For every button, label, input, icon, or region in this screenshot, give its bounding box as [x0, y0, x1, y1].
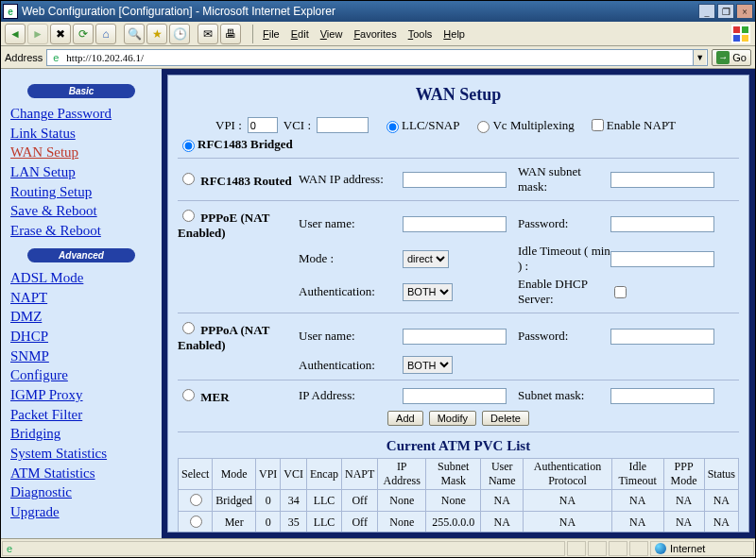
- home-button[interactable]: ⌂: [95, 24, 116, 44]
- pppoe-user-label: User name:: [299, 216, 403, 231]
- sidebar-item[interactable]: Configure: [10, 365, 152, 385]
- th-select: Select: [179, 459, 213, 490]
- cell: NA: [481, 490, 524, 512]
- back-button[interactable]: ◄: [5, 24, 26, 44]
- dhcp-checkbox[interactable]: [614, 286, 627, 298]
- address-input[interactable]: [46, 49, 708, 66]
- menu-edit[interactable]: Edit: [285, 26, 315, 42]
- sidebar-item[interactable]: DMZ: [10, 307, 152, 327]
- page-title: WAN Setup: [178, 85, 739, 105]
- favorites-button[interactable]: ★: [146, 24, 167, 44]
- address-dropdown-icon[interactable]: ▼: [693, 50, 706, 65]
- cell: NA: [524, 512, 612, 533]
- pppoa-auth-select[interactable]: BOTH: [403, 356, 453, 374]
- vci-input[interactable]: [317, 117, 369, 133]
- sidebar-item[interactable]: SNMP: [10, 347, 152, 366]
- bridged-label: RFC1483 Bridged: [198, 137, 293, 152]
- idle-label: Idle Timeout ( min ) :: [507, 244, 610, 274]
- minimize-button[interactable]: _: [698, 4, 715, 19]
- delete-button[interactable]: Delete: [482, 411, 529, 426]
- sidebar-item[interactable]: IGMP Proxy: [10, 385, 152, 405]
- menu-tools[interactable]: Tools: [403, 26, 438, 42]
- sidebar-item[interactable]: System Statistics: [10, 444, 152, 464]
- sidebar-item[interactable]: Upgrade: [10, 502, 152, 522]
- modify-button[interactable]: Modify: [429, 411, 476, 426]
- status-cell: [629, 541, 648, 556]
- bridged-radio[interactable]: [182, 140, 195, 152]
- address-label: Address: [5, 52, 43, 63]
- sidebar-item[interactable]: DHCP: [10, 327, 152, 347]
- sidebar-item[interactable]: Save & Reboot: [10, 201, 152, 221]
- add-button[interactable]: Add: [387, 411, 423, 426]
- th-ppp: PPP Mode: [663, 459, 704, 490]
- pppoe-radio[interactable]: [182, 210, 195, 222]
- sidebar-item[interactable]: NAPT: [10, 288, 152, 308]
- th-user: User Name: [481, 459, 524, 490]
- app-window: e Web Configuration [Configuration] - Mi…: [0, 0, 756, 558]
- idle-input[interactable]: [610, 251, 714, 267]
- sidebar-item[interactable]: Routing Setup: [10, 182, 152, 202]
- sidebar-item[interactable]: Diagnostic: [10, 482, 152, 502]
- basic-header: Basic: [27, 84, 135, 98]
- napt-checkbox[interactable]: [592, 119, 604, 131]
- auth-select[interactable]: BOTH: [403, 283, 453, 301]
- zone-label: Internet: [670, 543, 705, 554]
- pppoa-user-input[interactable]: [403, 329, 507, 345]
- menu-view[interactable]: View: [315, 26, 349, 42]
- sidebar-item[interactable]: ADSL Mode: [10, 268, 152, 288]
- menu-file[interactable]: File: [257, 26, 285, 42]
- mode-select[interactable]: direct: [403, 250, 449, 268]
- window-title: Web Configuration [Configuration] - Micr…: [22, 5, 698, 18]
- history-button[interactable]: 🕒: [169, 24, 190, 44]
- forward-button[interactable]: ►: [27, 24, 48, 44]
- mer-ip-input[interactable]: [403, 388, 507, 404]
- refresh-button[interactable]: ⟳: [73, 24, 94, 44]
- cell: NA: [481, 512, 524, 533]
- print-button[interactable]: 🖶: [220, 24, 241, 44]
- sidebar-item[interactable]: Packet Filter: [10, 405, 152, 425]
- cell: LLC: [307, 490, 342, 512]
- go-button[interactable]: → Go: [712, 49, 751, 66]
- llc-radio[interactable]: [387, 121, 399, 133]
- maximize-button[interactable]: ❐: [717, 4, 734, 19]
- pppoa-pass-input[interactable]: [610, 329, 714, 345]
- vcmux-radio[interactable]: [477, 121, 490, 133]
- mer-label: MER: [200, 390, 229, 404]
- cell: Mer: [213, 512, 256, 533]
- vpi-label: VPI :: [215, 118, 242, 133]
- sidebar-item[interactable]: Change Password: [10, 104, 152, 124]
- routed-label: RFC1483 Routed: [200, 174, 291, 188]
- sidebar-item[interactable]: Bridging: [10, 424, 152, 444]
- main-area: WAN Setup VPI : VCI : LLC/SNAP Vc Multip…: [162, 69, 755, 538]
- menu-favorites[interactable]: Favorites: [348, 26, 402, 42]
- status-cell: [609, 541, 627, 556]
- th-vci: VCI: [281, 459, 307, 490]
- vpi-input[interactable]: [248, 117, 278, 133]
- mail-button[interactable]: ✉: [198, 24, 218, 44]
- routed-radio[interactable]: [182, 173, 195, 185]
- sidebar-item[interactable]: ATM Statistics: [10, 464, 152, 483]
- th-subnet: Subnet Mask: [426, 459, 481, 490]
- cell: NA: [704, 490, 738, 512]
- pppoe-user-input[interactable]: [403, 216, 507, 232]
- pppoa-radio[interactable]: [182, 322, 195, 334]
- mer-subnet-input[interactable]: [610, 388, 714, 404]
- close-button[interactable]: ×: [736, 4, 753, 19]
- atm-heading: Current ATM PVC List: [178, 438, 739, 454]
- sidebar-item[interactable]: WAN Setup: [10, 143, 152, 162]
- mer-radio[interactable]: [182, 389, 195, 401]
- stop-button[interactable]: ✖: [50, 24, 71, 44]
- search-button[interactable]: 🔍: [124, 24, 145, 44]
- pppoe-pass-input[interactable]: [610, 216, 714, 232]
- menu-help[interactable]: Help: [438, 26, 471, 42]
- sidebar-item[interactable]: Erase & Reboot: [10, 221, 152, 241]
- cell: NA: [704, 512, 738, 533]
- sidebar-item[interactable]: Link Status: [10, 124, 152, 144]
- row-select-radio[interactable]: [190, 494, 202, 506]
- row-select-radio[interactable]: [190, 516, 202, 528]
- wan-subnet-input[interactable]: [610, 172, 714, 188]
- sidebar-item[interactable]: LAN Setup: [10, 162, 152, 182]
- cell: None: [378, 512, 426, 533]
- wan-ip-input[interactable]: [403, 172, 507, 188]
- auth-label: Authentication:: [299, 284, 403, 299]
